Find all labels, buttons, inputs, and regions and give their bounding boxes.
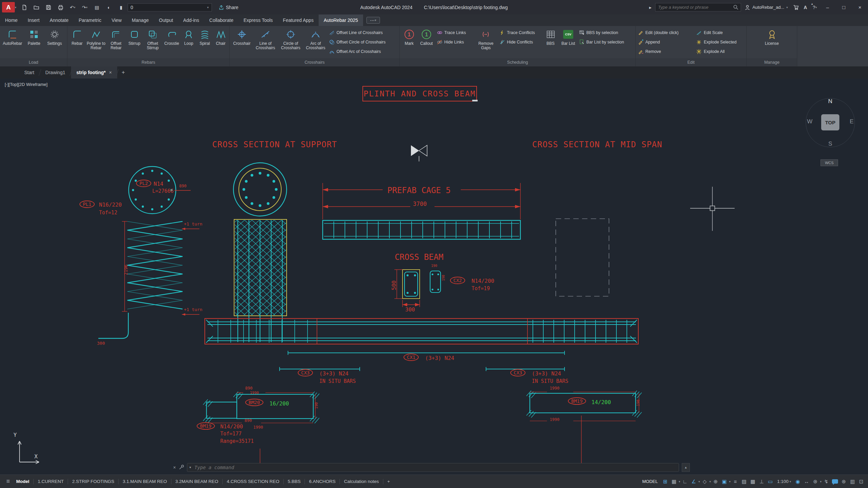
tab-output[interactable]: Output [154,15,178,26]
object-snap-tracking-icon[interactable]: ⊕ [712,477,720,486]
bar-list-button[interactable]: CSVBar List [559,27,577,46]
circle-of-crosshairs-button[interactable]: Circle of Crosshairs [278,27,303,50]
cx1-line1[interactable]: (3+3) N24 [425,355,454,361]
pl2-tag[interactable]: PL2 [136,180,151,187]
save-icon[interactable] [44,3,53,12]
account-menu[interactable]: AutoRebar_ad... ▾ [744,4,788,10]
crosshair-button[interactable]: Crosshair [231,27,253,46]
sec2-dim-top[interactable]: 190 [431,264,437,267]
polyline-to-rebar-button[interactable]: Polyline to Rebar [86,27,106,50]
stirrup-button[interactable]: Stirrup [126,27,143,46]
redo-icon[interactable]: ↷▾ [81,3,89,12]
pl1-tag[interactable]: PL1 [80,201,95,208]
remove-button[interactable]: Remove [637,47,694,56]
section-midspan-label[interactable]: CROSS SECTION AT MID SPAN [532,140,662,149]
palette-button[interactable]: Palette [24,27,44,46]
offset-line-of-crosshairs-button[interactable]: Offset Line of Crosshairs [328,28,397,37]
graphics-performance-icon[interactable]: ▥ [848,477,857,486]
cx2-tag[interactable]: CX2 [450,277,465,284]
hide-links-button[interactable]: Hide Links [436,38,473,46]
viewcube[interactable]: N S W E TOP [806,98,855,147]
tab-home[interactable]: Home [0,15,23,26]
search-input[interactable] [657,4,733,10]
trace-links-button[interactable]: Trace Links [436,28,473,37]
transparency-icon[interactable]: ▨ [740,477,748,486]
dim-300[interactable]: 300 [405,306,415,313]
bm19-bars[interactable] [526,391,642,421]
pl1-line1[interactable]: N16/220 [99,202,122,208]
plot-icon[interactable] [56,3,65,12]
bm19-tag[interactable]: BM19 [197,422,215,430]
compass-north[interactable]: N [806,98,855,105]
crossbeam-label[interactable]: CROSS BEAM [395,252,443,262]
new-file-icon[interactable] [20,3,29,12]
command-expand-icon[interactable]: ▴ [682,463,690,472]
bm19r-tag[interactable]: BM19 [568,397,586,405]
annotation-monitor-icon[interactable]: ↯ [822,477,830,486]
search-icon[interactable] [733,4,739,10]
dynamic-input-icon[interactable]: ▭ [766,477,774,486]
dim-500[interactable]: 500 [391,278,397,293]
model-space-button[interactable]: MODEL [640,479,660,484]
start-tab[interactable]: Start [19,66,40,79]
dim-3700[interactable]: 3700 [413,201,427,207]
command-bar[interactable]: × ▾ ▴ [173,463,690,472]
mark-button[interactable]: 1Mark [401,27,417,46]
model-space-canvas[interactable]: [-][Top][2D Wireframe] PLINTH AND CROSS … [0,79,868,475]
annotation-autoscale-icon[interactable]: ↔ [802,477,810,486]
cx3-left-line1[interactable]: (3+3) N24 [319,370,349,377]
compass-south[interactable]: S [806,141,855,147]
maximize-button[interactable]: □ [836,0,852,15]
close-tab-icon[interactable]: × [109,70,112,75]
bm20-dim-top1[interactable]: 890 [245,386,253,391]
tab-view[interactable]: View [106,15,127,26]
trace-conflicts-button[interactable]: Trace Conflicts [498,28,542,37]
tab-collaborate[interactable]: Collaborate [204,15,239,26]
bm20-bars[interactable] [203,392,319,423]
compass-east[interactable]: E [850,118,854,125]
cx3-left-tag[interactable]: CX3 [298,369,313,376]
tab-express-tools[interactable]: Express Tools [239,15,278,26]
app-store-cart-icon[interactable] [791,4,801,10]
settings-gear-icon[interactable]: ⊛ [840,477,848,486]
polar-tracking-icon[interactable]: ∠ [690,477,698,486]
bm19r-dim-bot[interactable]: 1990 [550,417,559,422]
hamburger-icon[interactable]: ≡ [4,477,12,486]
comment-icon[interactable] [831,477,839,486]
layout-tab-main-beam-1[interactable]: 3.1.MAIN BEAM REO [119,475,171,488]
share-button[interactable]: Share [219,5,239,10]
cx3-right-tag[interactable]: CX3 [510,369,525,376]
help-search[interactable] [655,3,741,11]
cx2-line1[interactable]: N14/200 [471,278,494,284]
layout-tab-anchors[interactable]: 6.ANCHORS [305,475,340,488]
open-folder-icon[interactable] [32,3,41,12]
minimize-button[interactable]: – [819,0,836,15]
model-tab[interactable]: Model [12,475,33,488]
command-input[interactable] [194,464,677,470]
spiral-elevation[interactable] [98,222,199,338]
compass-west[interactable]: W [807,118,812,125]
dim-890-pl2[interactable]: 890 [179,184,187,189]
offset-rebar-button[interactable]: Offset Rebar [107,27,125,50]
dynamic-ucs-icon[interactable]: ⊥ [757,477,766,486]
pl2-line2[interactable]: L=27666 [152,188,174,194]
remove-gaps-button[interactable]: Remove Gaps [474,27,498,50]
layout-tab-bbs[interactable]: 5.BBS [284,475,305,488]
contrast-icon[interactable]: ◐ [105,3,114,12]
insitu-dashed-region[interactable] [556,219,609,296]
hide-conflicts-button[interactable]: Hide Conflicts [498,38,542,46]
undo-icon[interactable]: ↶▾ [68,3,77,12]
spiral-turn-top[interactable]: +1 turn [184,222,203,227]
object-snap-icon[interactable]: ▣ [720,477,728,486]
cx2-line2[interactable]: Tof=19 [471,285,490,291]
bm19r-dim-right[interactable]: 190 [636,398,640,408]
layer-control[interactable]: 0 ▾ [128,3,212,11]
arc-of-crosshairs-button[interactable]: Arc of Crosshairs [304,27,328,50]
line-of-crosshairs-button[interactable]: Line of Crosshairs [253,27,278,50]
snap-dropdown-icon[interactable]: ▾ [679,480,680,483]
explode-selected-button[interactable]: Explode Selected [695,38,745,46]
crosstie-button[interactable]: Crosstie [163,27,181,46]
bm20-tag[interactable]: BM20 [245,399,264,406]
command-dropdown-icon[interactable]: ▾ [189,465,191,469]
command-customize-icon[interactable] [179,464,184,470]
